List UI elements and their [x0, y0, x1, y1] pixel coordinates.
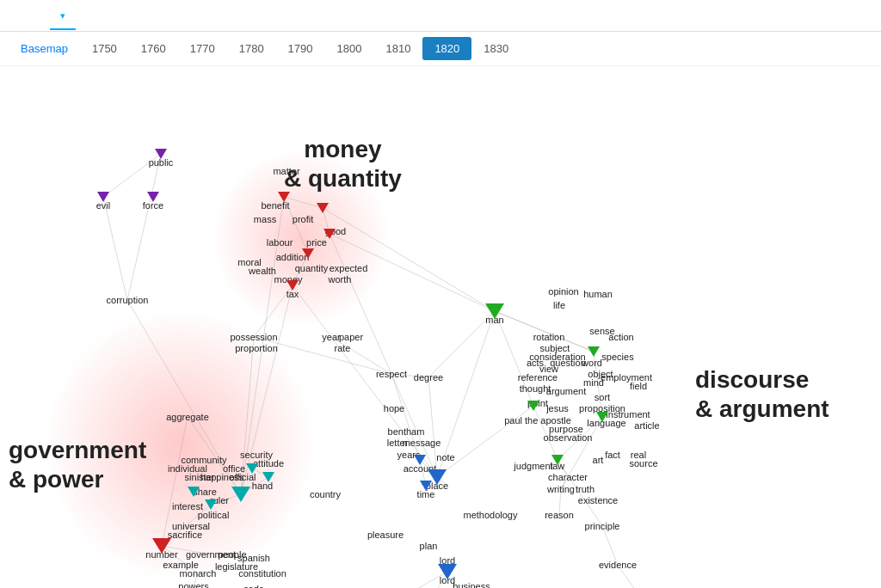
triangle-node — [596, 412, 608, 422]
svg-line-12 — [162, 546, 211, 554]
word-label: writing — [547, 484, 575, 494]
word-label: judgment — [514, 461, 552, 471]
word-label: fact — [605, 450, 620, 460]
word-label: quantity — [295, 263, 329, 273]
glow-money — [206, 152, 396, 324]
word-label: ruler — [210, 495, 229, 505]
yearbar-item-1760[interactable]: 1760 — [129, 37, 178, 60]
word-label: paul the apostle — [504, 415, 571, 426]
word-label: subject — [540, 343, 570, 353]
word-label: country — [310, 489, 341, 499]
yearbar-item-1770[interactable]: 1770 — [178, 37, 227, 60]
word-label: question — [550, 358, 586, 368]
svg-line-27 — [558, 417, 602, 460]
svg-line-46 — [254, 337, 391, 374]
svg-line-42 — [241, 197, 284, 494]
word-label: years — [397, 450, 421, 460]
triangle-node — [286, 280, 299, 291]
word-label: price — [306, 237, 327, 248]
yearbar-item-basemap[interactable]: Basemap — [9, 37, 80, 60]
word-label: mass — [254, 214, 276, 224]
word-label: office — [223, 463, 245, 474]
yearbar-item-1780[interactable]: 1780 — [227, 37, 276, 60]
svg-line-28 — [558, 460, 568, 477]
word-label: employment — [601, 372, 652, 383]
word-label: proportion — [235, 343, 278, 353]
word-label: pleasure — [367, 530, 404, 540]
nav-corpus-maps[interactable] — [50, 1, 76, 30]
yearbar-item-1800[interactable]: 1800 — [325, 37, 374, 60]
word-label: example — [163, 560, 199, 570]
yearbar: Basemap175017601770178017901800181018201… — [0, 32, 881, 66]
cluster-government: government& power — [9, 436, 146, 493]
word-label: proposition — [579, 403, 625, 413]
yearbar-item-1810[interactable]: 1810 — [373, 37, 422, 60]
svg-line-53 — [561, 417, 602, 489]
svg-line-54 — [558, 460, 602, 526]
svg-line-10 — [162, 505, 211, 546]
word-label: lord — [440, 575, 455, 585]
word-label: reference — [518, 372, 558, 383]
word-label: code — [243, 584, 264, 588]
svg-line-43 — [323, 208, 495, 311]
nav-lexical[interactable] — [29, 9, 50, 22]
svg-line-15 — [420, 460, 437, 477]
triangle-node — [428, 469, 447, 485]
triangle-node — [485, 303, 504, 319]
word-label: public — [149, 157, 174, 168]
word-label: force — [143, 200, 163, 211]
triangle-node — [231, 487, 250, 502]
svg-line-23 — [495, 311, 533, 406]
svg-line-34 — [103, 154, 161, 197]
svg-line-52 — [437, 406, 533, 477]
yearbar-item-1750[interactable]: 1750 — [80, 37, 129, 60]
word-label: constitution — [238, 568, 286, 579]
word-label: moral — [237, 257, 262, 267]
svg-line-31 — [618, 565, 658, 588]
word-label: object — [588, 369, 613, 379]
word-label: place — [426, 481, 448, 491]
word-label: sacrifice — [168, 530, 202, 540]
word-label: action — [608, 332, 633, 342]
yearbar-item-1820[interactable]: 1820 — [422, 37, 471, 60]
word-label: attitude — [253, 458, 284, 469]
svg-line-24 — [495, 311, 594, 352]
svg-line-0 — [284, 197, 323, 208]
word-label: official — [230, 472, 256, 482]
nav-search[interactable] — [9, 9, 29, 22]
navbar — [0, 0, 881, 32]
triangle-node — [155, 149, 167, 159]
word-label: labour — [267, 237, 293, 248]
word-label: argument — [546, 386, 586, 396]
triangle-node — [262, 472, 274, 482]
word-label: interest — [172, 501, 203, 511]
svg-line-7 — [331, 337, 391, 374]
map-area: money& quantity government& power discou… — [0, 66, 881, 588]
svg-line-40 — [420, 460, 426, 486]
word-label: hand — [252, 481, 273, 491]
word-label: human — [583, 289, 613, 299]
word-label: possession — [230, 332, 277, 342]
word-label: hope — [384, 403, 404, 413]
svg-line-39 — [391, 374, 420, 460]
yearbar-item-1830[interactable]: 1830 — [471, 37, 521, 60]
svg-line-16 — [437, 477, 447, 486]
nav-references[interactable] — [76, 9, 96, 22]
word-label: spanish — [237, 553, 270, 563]
word-label: wealth — [249, 266, 276, 276]
triangle-node — [414, 455, 426, 465]
svg-line-55 — [495, 311, 594, 352]
svg-line-3 — [284, 197, 308, 254]
svg-line-22 — [428, 377, 437, 477]
svg-line-33 — [127, 154, 161, 300]
svg-line-25 — [533, 406, 558, 460]
yearbar-item-1790[interactable]: 1790 — [276, 37, 325, 60]
word-label: sense — [589, 326, 614, 336]
word-label: observation — [544, 432, 593, 443]
word-label: language — [587, 418, 625, 428]
word-label: jesus — [546, 403, 569, 413]
word-label: year — [322, 332, 340, 342]
word-label: opinion — [548, 286, 578, 297]
svg-line-29 — [561, 477, 568, 489]
word-label: bentham — [388, 426, 425, 437]
